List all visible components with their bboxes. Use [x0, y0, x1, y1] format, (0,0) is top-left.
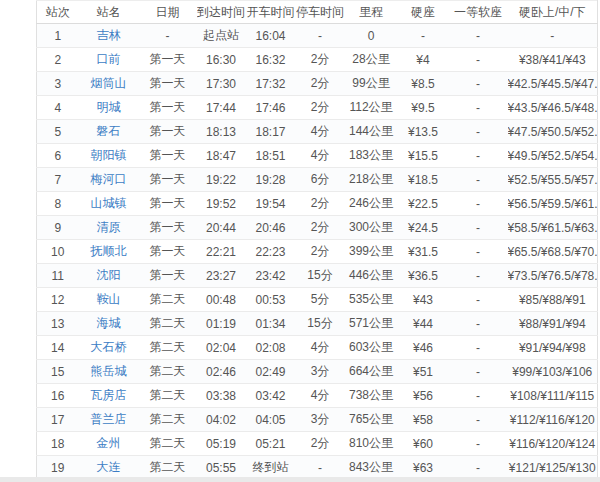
- date-cell: 第二天: [139, 288, 197, 312]
- station-number-cell: 11: [37, 264, 79, 288]
- date-cell: 第一天: [139, 192, 197, 216]
- date-cell: 第一天: [139, 168, 197, 192]
- station-name-link[interactable]: 鞍山: [97, 292, 121, 306]
- hard-sleeper-price-cell: ¥116/¥120/¥124: [508, 432, 598, 456]
- hard-seat-price-cell: ¥18.5: [398, 168, 449, 192]
- first-class-soft-seat-price-cell: -: [449, 432, 508, 456]
- departure-time-cell: 02:08: [246, 336, 296, 360]
- hard-seat-price-cell: ¥4: [398, 48, 449, 72]
- stop-duration-cell: 2分: [296, 72, 345, 96]
- distance-cell: 99公里: [345, 72, 398, 96]
- departure-time-cell: 22:23: [246, 240, 296, 264]
- table-row: 1吉林-起点站16:04-0---: [37, 24, 598, 48]
- table-row: 9清原第一天20:4420:462分300公里¥24.5-¥58.5/¥61.5…: [37, 216, 598, 240]
- arrival-time-cell: 22:21: [197, 240, 246, 264]
- hard-seat-price-cell: -: [398, 24, 449, 48]
- hard-sleeper-price-cell: ¥85/¥88/¥91: [508, 288, 598, 312]
- train-schedule-table-wrap: 站次站名日期到达时间开车时间停车时间里程硬座一等软座硬卧上/中/下 1吉林-起点…: [36, 0, 598, 480]
- station-name-cell: 金州: [79, 432, 139, 456]
- station-name-cell: 清原: [79, 216, 139, 240]
- departure-time-cell: 03:42: [246, 384, 296, 408]
- station-number-cell: 17: [37, 408, 79, 432]
- distance-cell: 738公里: [345, 384, 398, 408]
- stop-duration-cell: 6分: [296, 168, 345, 192]
- departure-time-cell: 04:05: [246, 408, 296, 432]
- first-class-soft-seat-price-cell: -: [449, 456, 508, 480]
- station-name-cell: 梅河口: [79, 168, 139, 192]
- departure-time-cell: 17:32: [246, 72, 296, 96]
- station-name-link[interactable]: 大石桥: [91, 340, 127, 354]
- distance-cell: 535公里: [345, 288, 398, 312]
- hard-sleeper-price-cell: ¥73.5/¥76.5/¥78.5: [508, 264, 598, 288]
- station-name-link[interactable]: 抚顺北: [91, 244, 127, 258]
- station-name-link[interactable]: 瓦房店: [91, 388, 127, 402]
- first-class-soft-seat-price-cell: -: [449, 24, 508, 48]
- station-name-cell: 沈阳: [79, 264, 139, 288]
- stop-duration-cell: 15分: [296, 312, 345, 336]
- arrival-time-cell: 05:19: [197, 432, 246, 456]
- stop-duration-cell: 5分: [296, 288, 345, 312]
- hard-sleeper-price-cell: ¥108/¥111/¥115: [508, 384, 598, 408]
- arrival-time-cell: 04:02: [197, 408, 246, 432]
- station-name-link[interactable]: 普兰店: [91, 412, 127, 426]
- table-row: 15熊岳城第二天02:4602:493分664公里¥51-¥99/¥103/¥1…: [37, 360, 598, 384]
- station-number-cell: 13: [37, 312, 79, 336]
- arrival-time-cell: 02:04: [197, 336, 246, 360]
- station-name-link[interactable]: 清原: [97, 220, 121, 234]
- hard-sleeper-price-cell: ¥49.5/¥52.5/¥54.5: [508, 144, 598, 168]
- hard-seat-price-cell: ¥36.5: [398, 264, 449, 288]
- arrival-time-cell: 16:30: [197, 48, 246, 72]
- date-cell: 第二天: [139, 408, 197, 432]
- distance-cell: 843公里: [345, 456, 398, 480]
- station-name-link[interactable]: 烟筒山: [91, 76, 127, 90]
- station-name-link[interactable]: 明城: [97, 100, 121, 114]
- hard-seat-price-cell: ¥24.5: [398, 216, 449, 240]
- table-header-row: 站次站名日期到达时间开车时间停车时间里程硬座一等软座硬卧上/中/下: [37, 1, 598, 24]
- station-name-cell: 大石桥: [79, 336, 139, 360]
- station-name-link[interactable]: 海城: [97, 316, 121, 330]
- station-number-cell: 16: [37, 384, 79, 408]
- station-name-link[interactable]: 梅河口: [91, 172, 127, 186]
- stop-duration-cell: 2分: [296, 432, 345, 456]
- station-name-cell: 吉林: [79, 24, 139, 48]
- table-row: 13海城第二天01:1901:3415分571公里¥44-¥88/¥91/¥94: [37, 312, 598, 336]
- station-name-link[interactable]: 朝阳镇: [91, 148, 127, 162]
- hard-seat-price-cell: ¥9.5: [398, 96, 449, 120]
- station-name-link[interactable]: 沈阳: [97, 268, 121, 282]
- stop-duration-cell: 15分: [296, 264, 345, 288]
- first-class-soft-seat-price-cell: -: [449, 360, 508, 384]
- station-name-link[interactable]: 大连: [97, 460, 121, 474]
- station-number-cell: 3: [37, 72, 79, 96]
- distance-cell: 183公里: [345, 144, 398, 168]
- station-name-link[interactable]: 吉林: [97, 28, 121, 42]
- distance-cell: 144公里: [345, 120, 398, 144]
- arrival-time-cell: 01:19: [197, 312, 246, 336]
- distance-cell: 765公里: [345, 408, 398, 432]
- date-cell: -: [139, 24, 197, 48]
- hard-seat-price-cell: ¥43: [398, 288, 449, 312]
- table-row: 6朝阳镇第一天18:4718:514分183公里¥15.5-¥49.5/¥52.…: [37, 144, 598, 168]
- stop-duration-cell: 3分: [296, 360, 345, 384]
- arrival-time-cell: 起点站: [197, 24, 246, 48]
- first-class-soft-seat-price-cell: -: [449, 216, 508, 240]
- departure-time-cell: 19:28: [246, 168, 296, 192]
- station-name-link[interactable]: 口前: [97, 52, 121, 66]
- first-class-soft-seat-price-cell: -: [449, 288, 508, 312]
- station-name-link[interactable]: 金州: [97, 436, 121, 450]
- hard-sleeper-price-cell: ¥88/¥91/¥94: [508, 312, 598, 336]
- hard-sleeper-price-cell: ¥65.5/¥68.5/¥70.5: [508, 240, 598, 264]
- first-class-soft-seat-price-cell: -: [449, 96, 508, 120]
- hard-seat-price-cell: ¥8.5: [398, 72, 449, 96]
- stop-duration-cell: -: [296, 24, 345, 48]
- station-name-link[interactable]: 磐石: [97, 124, 121, 138]
- hard-seat-price-cell: ¥44: [398, 312, 449, 336]
- station-name-cell: 明城: [79, 96, 139, 120]
- hard-sleeper-price-cell: ¥47.5/¥50.5/¥52.5: [508, 120, 598, 144]
- station-name-link[interactable]: 熊岳城: [91, 364, 127, 378]
- hard-sleeper-price-cell: ¥56.5/¥59.5/¥61.5: [508, 192, 598, 216]
- distance-cell: 446公里: [345, 264, 398, 288]
- station-name-link[interactable]: 山城镇: [91, 196, 127, 210]
- arrival-time-cell: 17:30: [197, 72, 246, 96]
- table-row: 14大石桥第二天02:0402:084分603公里¥46-¥91/¥94/¥98: [37, 336, 598, 360]
- column-header-station-name: 站名: [79, 1, 139, 24]
